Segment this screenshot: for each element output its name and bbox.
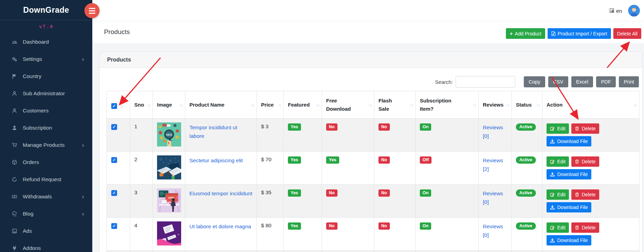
subscription-item-badge: On: [420, 123, 431, 131]
products-table: ✓ ↑↓ Sno↑↓ Image↑↓ Product Name↑↓ Price↑…: [106, 91, 640, 252]
download-icon: [550, 205, 555, 210]
reviews-link[interactable]: Reviews [0]: [483, 189, 507, 207]
sort-icon[interactable]: ↑↓: [120, 103, 123, 109]
column-header-image[interactable]: Image↑↓: [153, 91, 185, 119]
flash-sale-badge: No: [378, 123, 390, 131]
sidebar-item-label: Blog: [23, 211, 33, 217]
column-header-featured[interactable]: Featured↑↓: [284, 91, 322, 119]
delete-button[interactable]: Delete: [571, 156, 599, 167]
sort-icon: ↑↓: [506, 102, 509, 107]
column-header-reviews[interactable]: Reviews↑↓: [479, 91, 512, 119]
edit-button[interactable]: Edit: [547, 123, 569, 134]
edit-button[interactable]: Edit: [547, 222, 569, 233]
brand-logo: DownGrade: [0, 0, 92, 15]
sidebar-toggle-button[interactable]: [84, 3, 100, 18]
sidebar-item-sub-administrator[interactable]: Sub Administrator: [0, 85, 92, 102]
product-name-link[interactable]: Sectetur adipiscing elit: [189, 156, 243, 165]
sidebar-item-settings[interactable]: Settings›: [0, 51, 92, 68]
sidebar-item-dashboard[interactable]: Dashboard: [0, 33, 92, 51]
language-label: en: [616, 8, 622, 14]
flash-sale-badge: No: [378, 189, 390, 197]
csv-button[interactable]: CSV: [548, 76, 568, 87]
table-row: ✓ 3 HTML: [107, 185, 640, 218]
free-download-badge: No: [326, 123, 337, 131]
sno-cell: 2: [130, 152, 153, 185]
column-header-price[interactable]: Price↑↓: [257, 91, 284, 119]
customers-icon: [12, 108, 17, 113]
row-select-checkbox[interactable]: ✓: [111, 157, 117, 163]
sidebar-item-label: Settings: [23, 56, 42, 62]
delete-all-button[interactable]: Delete All: [613, 28, 641, 39]
trash-icon: [575, 126, 579, 131]
print-button[interactable]: Print: [619, 76, 639, 87]
column-header-sno[interactable]: Sno↑↓: [130, 91, 153, 119]
column-header-free-download[interactable]: Free Download↑↓: [322, 91, 374, 119]
sno-cell: 1: [130, 119, 153, 152]
user-solid-icon: [12, 125, 17, 131]
edit-button[interactable]: Edit: [547, 156, 569, 167]
price-cell: $ 35: [257, 185, 284, 218]
sidebar-item-orders[interactable]: Orders: [0, 154, 92, 171]
product-name-link[interactable]: Ut labore et dolore magna: [189, 222, 251, 231]
reviews-link[interactable]: Reviews [0]: [483, 222, 507, 240]
product-name-link[interactable]: Eiusmod tempor incididunt: [189, 189, 252, 198]
featured-badge: Yes: [288, 123, 301, 131]
row-select-checkbox[interactable]: ✓: [111, 223, 117, 229]
pdf-button[interactable]: PDF: [596, 76, 616, 87]
table-row-partial: [107, 251, 640, 252]
product-import-export-button[interactable]: Product Import / Export: [548, 28, 611, 39]
product-name-link[interactable]: Tempor incididunt ut labore: [189, 123, 252, 141]
reviews-link[interactable]: Reviews [0]: [483, 123, 507, 141]
download-file-button[interactable]: Download File: [547, 235, 591, 245]
add-product-button[interactable]: + Add Product: [506, 28, 545, 39]
delete-button[interactable]: Delete: [571, 222, 599, 233]
download-file-button[interactable]: Download File: [547, 202, 591, 212]
sidebar-item-addons[interactable]: Addons: [0, 240, 92, 252]
copy-button[interactable]: Copy: [524, 76, 545, 87]
sidebar-item-label: Refund Request: [23, 176, 61, 183]
check-icon: ✓: [112, 125, 116, 129]
edit-button[interactable]: Edit: [547, 189, 569, 200]
product-thumbnail: [157, 221, 181, 245]
sidebar-item-refund-request[interactable]: Refund Request: [0, 171, 92, 188]
sidebar: DownGrade v7.4 DashboardSettings›Country…: [0, 0, 92, 252]
select-all-checkbox[interactable]: ✓: [111, 103, 117, 109]
column-header-product-name[interactable]: Product Name↑↓: [185, 91, 257, 119]
column-header-action[interactable]: Action↑↓: [542, 91, 640, 119]
card-title: Products: [107, 57, 131, 63]
sidebar-item-withdrawals[interactable]: Withdrawals›: [0, 188, 92, 205]
sidebar-item-customers[interactable]: Customers: [0, 102, 92, 119]
row-select-checkbox[interactable]: ✓: [111, 124, 117, 130]
sidebar-item-ads[interactable]: Ads: [0, 222, 92, 240]
download-file-button[interactable]: Download File: [547, 136, 591, 146]
product-thumbnail: HTML: [157, 188, 181, 212]
products-table-wrap: ✓ ↑↓ Sno↑↓ Image↑↓ Product Name↑↓ Price↑…: [106, 91, 639, 252]
trash-icon: [575, 225, 579, 230]
sidebar-item-country[interactable]: Country: [0, 68, 92, 85]
sno-cell: 4: [130, 218, 153, 251]
flash-sale-badge: No: [378, 156, 390, 164]
trash-icon: [575, 159, 579, 164]
column-header-flash-sale[interactable]: Flash Sale↑↓: [374, 91, 416, 119]
user-avatar[interactable]: [628, 5, 640, 17]
reviews-link[interactable]: Reviews [2]: [483, 156, 507, 174]
row-select-checkbox[interactable]: ✓: [111, 190, 117, 196]
ad-image-icon: [12, 228, 17, 234]
free-download-badge: No: [326, 222, 337, 230]
column-header-subscription-item[interactable]: Subscription Item?↑↓: [416, 91, 479, 119]
sidebar-item-blog[interactable]: Blog›: [0, 205, 92, 222]
sidebar-item-subscription[interactable]: Subscription: [0, 119, 92, 136]
chevron-right-icon: ›: [82, 56, 84, 62]
sidebar-item-label: Withdrawals: [23, 194, 52, 200]
delete-button[interactable]: Delete: [571, 189, 599, 200]
sort-icon: ↑↓: [179, 102, 183, 107]
free-download-badge: Yes: [326, 156, 339, 164]
sidebar-item-manage-products[interactable]: Manage Products›: [0, 136, 92, 154]
download-file-button[interactable]: Download File: [547, 169, 591, 179]
language-selector[interactable]: en: [610, 8, 622, 14]
column-header-status[interactable]: Status↑↓: [512, 91, 542, 119]
excel-button[interactable]: Excel: [571, 76, 593, 87]
search-input[interactable]: [456, 76, 515, 88]
status-badge: Active: [516, 123, 536, 131]
delete-button[interactable]: Delete: [571, 123, 599, 134]
